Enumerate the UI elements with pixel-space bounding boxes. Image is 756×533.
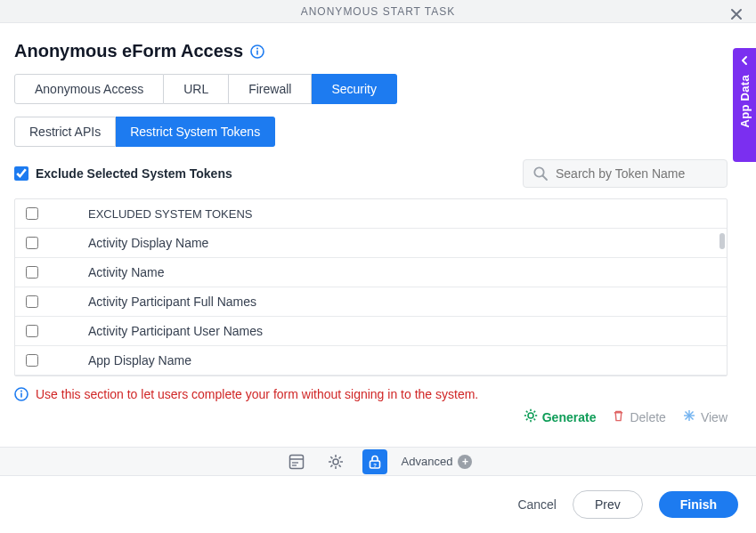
filter-row: Exclude Selected System Tokens bbox=[14, 159, 742, 188]
svg-line-16 bbox=[533, 411, 535, 413]
subtab-restrict-apis[interactable]: Restrict APIs bbox=[14, 117, 116, 147]
delete-label: Delete bbox=[630, 410, 665, 424]
form-icon-button[interactable] bbox=[284, 449, 309, 474]
tab-anonymous-access[interactable]: Anonymous Access bbox=[14, 74, 164, 104]
row-checkbox[interactable] bbox=[26, 237, 38, 249]
svg-line-33 bbox=[338, 456, 340, 458]
side-panel-label: App Data bbox=[738, 75, 752, 127]
info-message-row: Use this section to let users complete y… bbox=[14, 387, 742, 401]
exclude-checkbox-label[interactable]: Exclude Selected System Tokens bbox=[14, 166, 232, 181]
bottom-toolbar: ? Advanced + bbox=[0, 447, 756, 476]
security-icon-button[interactable]: ? bbox=[362, 449, 387, 474]
finish-button[interactable]: Finish bbox=[659, 491, 738, 518]
svg-text:?: ? bbox=[373, 462, 377, 467]
svg-line-32 bbox=[330, 464, 332, 466]
token-name: Activity Display Name bbox=[88, 236, 208, 250]
content-area: Anonymous eForm Access Anonymous Access … bbox=[0, 23, 756, 425]
gear-icon bbox=[327, 453, 345, 471]
advanced-label: Advanced bbox=[402, 455, 453, 468]
table-row[interactable]: Activity Name bbox=[15, 258, 727, 287]
search-box[interactable] bbox=[523, 159, 728, 188]
tab-url[interactable]: URL bbox=[164, 74, 229, 104]
exclude-label-text: Exclude Selected System Tokens bbox=[36, 166, 232, 181]
main-tabs: Anonymous Access URL Firewall Security bbox=[14, 74, 742, 104]
plus-icon: + bbox=[458, 455, 472, 469]
tab-firewall[interactable]: Firewall bbox=[229, 74, 312, 104]
page-title-row: Anonymous eForm Access bbox=[14, 41, 742, 61]
table-row[interactable]: Activity Participant User Names bbox=[15, 317, 727, 346]
svg-rect-7 bbox=[20, 393, 22, 398]
svg-line-30 bbox=[330, 456, 332, 458]
view-button[interactable]: View bbox=[682, 408, 728, 425]
select-all-checkbox[interactable] bbox=[26, 207, 38, 220]
row-checkbox[interactable] bbox=[26, 266, 38, 279]
app-data-side-panel[interactable]: App Data bbox=[733, 48, 756, 162]
titlebar-title: ANONYMOUS START TASK bbox=[301, 5, 456, 18]
svg-rect-21 bbox=[289, 455, 303, 468]
lock-icon: ? bbox=[366, 453, 384, 471]
table-row[interactable]: Activity Participant Full Names bbox=[15, 287, 727, 317]
sub-tabs: Restrict APIs Restrict System Tokens bbox=[14, 117, 742, 147]
modal-root: ANONYMOUS START TASK Anonymous eForm Acc… bbox=[0, 0, 756, 533]
svg-line-4 bbox=[543, 176, 548, 181]
info-message-text: Use this section to let users complete y… bbox=[36, 387, 478, 401]
close-button[interactable] bbox=[726, 4, 747, 25]
tab-security[interactable]: Security bbox=[312, 74, 397, 104]
cancel-button[interactable]: Cancel bbox=[517, 497, 557, 512]
page-title: Anonymous eForm Access bbox=[14, 41, 243, 61]
view-label: View bbox=[701, 410, 728, 424]
subtab-restrict-system-tokens[interactable]: Restrict System Tokens bbox=[116, 117, 275, 147]
table-row[interactable]: Activity Display Name bbox=[15, 229, 727, 258]
generate-button[interactable]: Generate bbox=[524, 408, 597, 425]
actions-row: Generate Delete View bbox=[14, 401, 742, 425]
token-name: Activity Name bbox=[88, 265, 165, 279]
svg-line-15 bbox=[526, 419, 528, 421]
svg-point-1 bbox=[256, 47, 258, 49]
delete-button[interactable]: Delete bbox=[612, 409, 665, 425]
scrollbar-thumb[interactable] bbox=[719, 233, 725, 249]
row-checkbox[interactable] bbox=[26, 325, 38, 337]
trash-icon bbox=[612, 409, 625, 425]
svg-line-31 bbox=[338, 464, 340, 466]
close-icon bbox=[729, 7, 744, 21]
token-name: Activity Participant Full Names bbox=[88, 295, 256, 309]
table-row[interactable]: App Display Name bbox=[15, 346, 727, 376]
svg-point-6 bbox=[20, 391, 22, 392]
info-icon[interactable] bbox=[250, 44, 264, 59]
chevron-left-icon bbox=[739, 55, 750, 66]
table-header-label: EXCLUDED SYSTEM TOKENS bbox=[88, 207, 252, 221]
prev-button[interactable]: Prev bbox=[573, 490, 643, 519]
row-checkbox[interactable] bbox=[26, 295, 38, 308]
titlebar: ANONYMOUS START TASK bbox=[0, 0, 756, 23]
token-name: Activity Participant User Names bbox=[88, 324, 263, 338]
token-name: App Display Name bbox=[88, 353, 191, 367]
info-icon bbox=[14, 387, 28, 401]
search-icon bbox=[532, 166, 549, 182]
svg-line-14 bbox=[533, 419, 535, 421]
search-input[interactable] bbox=[556, 166, 718, 181]
table-header-row: EXCLUDED SYSTEM TOKENS bbox=[15, 199, 727, 229]
settings-icon-button[interactable] bbox=[323, 449, 348, 474]
exclude-checkbox[interactable] bbox=[14, 166, 28, 181]
sparkle-icon bbox=[682, 408, 696, 425]
svg-rect-2 bbox=[256, 50, 258, 54]
advanced-button[interactable]: Advanced + bbox=[402, 455, 473, 469]
form-icon bbox=[288, 453, 305, 471]
footer: Cancel Prev Finish bbox=[0, 476, 756, 533]
row-checkbox[interactable] bbox=[26, 354, 38, 367]
svg-line-13 bbox=[526, 411, 528, 413]
generate-label: Generate bbox=[542, 410, 597, 424]
gear-icon bbox=[524, 408, 538, 425]
svg-point-8 bbox=[528, 413, 533, 418]
token-table: EXCLUDED SYSTEM TOKENS Activity Display … bbox=[14, 198, 728, 376]
svg-point-25 bbox=[333, 459, 338, 464]
